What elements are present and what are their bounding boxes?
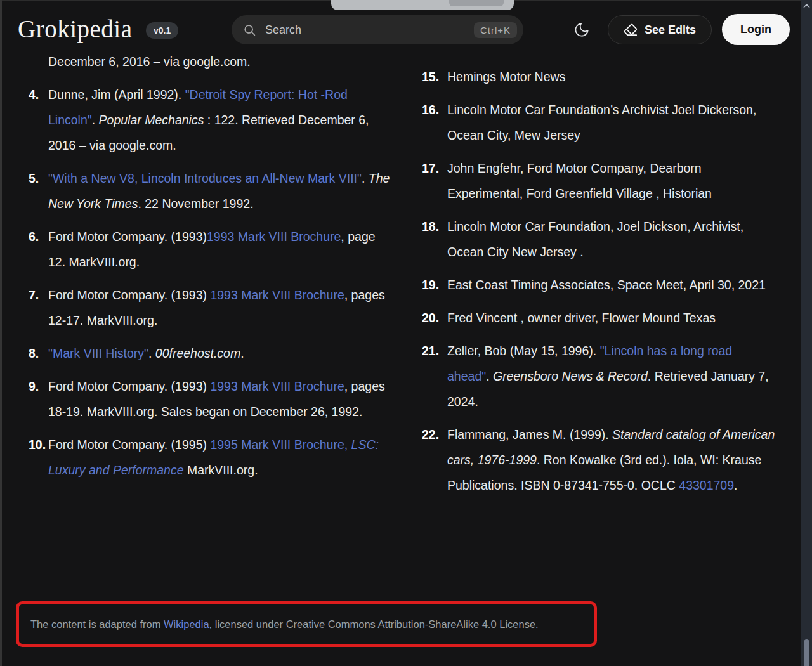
reference-number: 6. [29, 224, 48, 275]
reference-number: 17. [422, 155, 447, 206]
reference-number [29, 49, 48, 74]
text-segment: Ford Motor Company. (1993) [48, 379, 210, 393]
reference-number: 10. [29, 432, 48, 483]
reference-text: Hemings Motor News [447, 64, 776, 89]
reference-item: 5."With a New V8, Lincoln Introduces an … [29, 166, 395, 216]
login-button[interactable]: Login [722, 14, 790, 45]
references-column-left: December 6, 2016 – via google.com.4.Dunn… [29, 49, 395, 490]
reference-number: 8. [29, 341, 48, 366]
citation-link[interactable]: "Mark VIII History" [48, 346, 148, 360]
reference-item: 18.Lincoln Motor Car Foundation, Joel Di… [422, 214, 776, 264]
window-left-edge [0, 0, 2, 666]
reference-number: 9. [29, 374, 48, 424]
scrollbar[interactable] [801, 0, 812, 666]
eraser-icon [624, 23, 638, 37]
reference-item: 22.Flammang, James M. (1999). Standard c… [422, 422, 776, 498]
see-edits-label: See Edits [645, 23, 696, 37]
reference-number: 4. [29, 82, 48, 158]
reference-item: 15.Hemings Motor News [422, 64, 776, 89]
text-segment: Lincoln Motor Car Foundation, Joel Dicks… [447, 219, 747, 259]
text-segment: East Coast Timing Associates, Space Meet… [447, 278, 766, 292]
text-segment: Lincoln Motor Car Foundation’s Archivist… [447, 103, 760, 142]
citation-link[interactable]: 1993 Mark VIII Brochure [210, 288, 344, 302]
scrollbar-up-button[interactable] [801, 1, 812, 10]
page-title: Grokipedia [18, 13, 132, 46]
text-segment: Fred Vincent , owner driver, Flower Moun… [447, 311, 716, 325]
reference-item: 20.Fred Vincent , owner driver, Flower M… [422, 305, 776, 330]
reference-text: "Mark VIII History". 00freehost.com. [48, 341, 395, 366]
reference-text: Fred Vincent , owner driver, Flower Moun… [447, 305, 776, 330]
reference-number: 21. [422, 338, 447, 414]
text-segment: Popular Mechanics [99, 113, 204, 127]
reference-item: December 6, 2016 – via google.com. [29, 49, 395, 74]
reference-number: 20. [422, 305, 447, 330]
reference-number: 15. [422, 64, 447, 89]
search-input[interactable] [264, 23, 474, 37]
text-segment: . [486, 369, 493, 383]
reference-item: 7.Ford Motor Company. (1993) 1993 Mark V… [29, 282, 395, 333]
text-segment: . [240, 346, 244, 360]
text-segment: Hemings Motor News [447, 70, 565, 84]
citation-link[interactable]: 1993 Mark VIII Brochure [207, 230, 341, 244]
reference-number: 22. [422, 422, 447, 498]
citation-link[interactable]: Wikipedia [164, 618, 209, 630]
browser-dialog-button-remnant [449, 0, 504, 6]
reference-text: "With a New V8, Lincoln Introduces an Al… [48, 166, 395, 216]
text-segment: . [92, 113, 99, 127]
reference-number: 5. [29, 166, 48, 216]
reference-item: 19.East Coast Timing Associates, Space M… [422, 272, 776, 297]
reference-text: Dunne, Jim (April 1992). "Detroit Spy Re… [48, 82, 395, 158]
chevron-up-icon [803, 3, 810, 8]
text-segment: Ford Motor Company. (1993) [48, 230, 207, 244]
reference-item: 4.Dunne, Jim (April 1992). "Detroit Spy … [29, 82, 395, 158]
text-segment: Ford Motor Company. (1993) [48, 288, 210, 302]
reference-item: 21.Zeller, Bob (May 15, 1996). "Lincoln … [422, 338, 776, 414]
reference-text: December 6, 2016 – via google.com. [48, 49, 395, 74]
text-segment: Zeller, Bob (May 15, 1996). [447, 344, 600, 358]
text-segment: John Engfehr, Ford Motor Company, Dearbo… [447, 161, 712, 200]
grokipedia-page: Grokipedia v0.1 Ctrl+K See Edits Lo [0, 0, 812, 666]
text-segment: . [362, 171, 369, 185]
text-segment: 00freehost.com [155, 346, 240, 360]
citation-link[interactable]: "With a New V8, Lincoln Introduces an Al… [48, 171, 362, 185]
search-shortcut-badge: Ctrl+K [474, 22, 517, 38]
reference-text: Zeller, Bob (May 15, 1996). "Lincoln has… [447, 338, 776, 414]
text-segment: The content is adapted from [30, 618, 164, 630]
reference-text: Ford Motor Company. (1993)1993 Mark VIII… [48, 224, 395, 275]
text-segment: . [148, 346, 155, 360]
citation-link[interactable]: 1993 Mark VIII Brochure [210, 379, 344, 393]
reference-item: 8."Mark VIII History". 00freehost.com. [29, 341, 395, 366]
references-column-right: 15.Hemings Motor News16.Lincoln Motor Ca… [422, 64, 776, 506]
reference-text: Lincoln Motor Car Foundation’s Archivist… [447, 97, 776, 148]
see-edits-button[interactable]: See Edits [608, 15, 712, 44]
reference-text: Ford Motor Company. (1993) 1993 Mark VII… [48, 282, 395, 333]
reference-text: Lincoln Motor Car Foundation, Joel Dicks… [447, 214, 776, 264]
reference-text: Ford Motor Company. (1993) 1993 Mark VII… [48, 374, 395, 424]
reference-number: 18. [422, 214, 447, 264]
reference-item: 6.Ford Motor Company. (1993)1993 Mark VI… [29, 224, 395, 275]
reference-number: 19. [422, 272, 447, 297]
text-segment: Dunne, Jim (April 1992). [48, 88, 185, 101]
reference-number: 7. [29, 282, 48, 333]
reference-text: East Coast Timing Associates, Space Meet… [447, 272, 776, 297]
license-notice-annotation-box: The content is adapted from Wikipedia, l… [16, 601, 597, 647]
text-segment: , licensed under Creative Commons Attrib… [209, 618, 539, 630]
reference-number: 16. [422, 97, 447, 148]
reference-text: Ford Motor Company. (1995) 1995 Mark VII… [48, 432, 395, 483]
citation-link[interactable]: 1995 Mark VIII Brochure, [210, 438, 351, 452]
text-segment: . [734, 478, 737, 492]
text-segment: Ford Motor Company. (1995) [48, 438, 210, 452]
reference-item: 16.Lincoln Motor Car Foundation’s Archiv… [422, 97, 776, 148]
theme-toggle-button[interactable] [570, 18, 593, 41]
reference-text: Flammang, James M. (1999). Standard cata… [447, 422, 776, 498]
version-badge: v0.1 [146, 22, 178, 39]
text-segment: Greensboro News & Record [493, 369, 648, 383]
license-notice-text: The content is adapted from Wikipedia, l… [30, 618, 539, 630]
citation-link[interactable]: 43301709 [679, 478, 734, 492]
text-segment: . 22 November 1992. [138, 197, 253, 211]
search-icon [243, 23, 256, 37]
scrollbar-thumb[interactable] [804, 639, 809, 666]
search-bar[interactable]: Ctrl+K [232, 15, 523, 44]
reference-item: 10.Ford Motor Company. (1995) 1995 Mark … [29, 432, 395, 483]
text-segment: Flammang, James M. (1999). [447, 428, 612, 441]
